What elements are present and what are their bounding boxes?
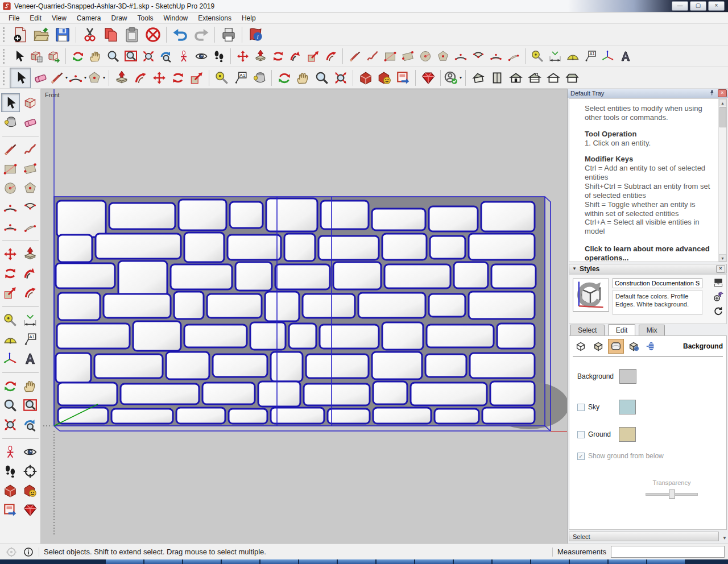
position-camera-tool[interactable] xyxy=(1,442,20,461)
stone[interactable] xyxy=(275,264,330,289)
scroll-thumb[interactable] xyxy=(719,107,726,127)
stone[interactable] xyxy=(469,234,535,260)
erase-button[interactable] xyxy=(142,24,163,45)
taskbar-button[interactable] xyxy=(222,559,259,564)
stone[interactable] xyxy=(373,408,431,424)
menu-item-tools[interactable]: Tools xyxy=(133,13,159,23)
line-tool[interactable] xyxy=(1,140,20,159)
tab-select[interactable]: Select xyxy=(570,325,605,336)
background-color-swatch[interactable] xyxy=(619,369,636,384)
zoom-previous-button[interactable] xyxy=(157,47,175,65)
view-iso-button[interactable] xyxy=(469,68,487,87)
stone[interactable] xyxy=(372,352,422,379)
stone[interactable] xyxy=(321,201,369,229)
dimension-tool[interactable] xyxy=(21,310,40,329)
zoom-extents-button[interactable] xyxy=(139,47,157,65)
paste-button[interactable] xyxy=(121,24,142,45)
stone[interactable] xyxy=(425,354,466,377)
move-tool[interactable] xyxy=(1,244,20,263)
arc-segment-tool[interactable] xyxy=(21,217,40,236)
sky-checkbox[interactable] xyxy=(577,404,585,411)
rotate-tool[interactable] xyxy=(1,264,20,283)
stone[interactable] xyxy=(491,264,536,288)
stone[interactable] xyxy=(104,294,171,318)
extension-manager-tool[interactable] xyxy=(21,500,40,519)
circle-tool[interactable] xyxy=(1,179,20,197)
stone[interactable] xyxy=(382,234,427,260)
stone[interactable] xyxy=(133,321,181,351)
stone[interactable] xyxy=(481,202,535,231)
protractor-tool[interactable] xyxy=(1,330,20,349)
stone[interactable] xyxy=(304,384,370,405)
component-edit-button[interactable] xyxy=(27,47,45,65)
pin-icon[interactable] xyxy=(709,89,715,97)
style-description[interactable]: Default face colors. Profile Edges. Whit… xyxy=(613,290,702,315)
stone[interactable] xyxy=(358,293,425,318)
scroll-down-icon[interactable]: ▼ xyxy=(719,254,726,262)
close-button[interactable]: × xyxy=(708,1,725,11)
rectangle-tool[interactable] xyxy=(1,159,20,178)
advanced-operations-link[interactable]: Click to learn about more advanced opera… xyxy=(585,244,712,262)
stone[interactable] xyxy=(289,324,316,349)
3d-text-tool[interactable] xyxy=(21,349,40,368)
help-info-icon[interactable] xyxy=(23,546,34,558)
stone[interactable] xyxy=(229,409,267,424)
stone[interactable] xyxy=(184,325,247,347)
taskbar-button[interactable] xyxy=(377,559,414,564)
stone[interactable] xyxy=(202,383,255,404)
stone[interactable] xyxy=(318,236,379,260)
toolbar-grip[interactable] xyxy=(3,70,7,85)
stone[interactable] xyxy=(306,354,369,378)
send-to-layout-tool[interactable] xyxy=(1,500,20,519)
tape-measure-tool-button[interactable] xyxy=(212,68,231,87)
stone[interactable] xyxy=(430,236,465,259)
push-pull-tool-button[interactable] xyxy=(112,68,131,87)
select-tool[interactable] xyxy=(1,93,20,112)
account-button[interactable]: ▼ xyxy=(444,68,462,87)
stone[interactable] xyxy=(57,201,106,237)
eraser-tool[interactable] xyxy=(21,113,40,131)
arc-segment-button[interactable] xyxy=(504,47,522,65)
stone[interactable] xyxy=(265,292,299,321)
stone[interactable] xyxy=(176,408,225,424)
stone[interactable] xyxy=(58,235,92,262)
axes-tool[interactable] xyxy=(1,349,20,368)
stone[interactable] xyxy=(58,293,100,320)
maximize-button[interactable]: ▢ xyxy=(690,1,706,11)
axes-button[interactable] xyxy=(599,47,617,65)
stone[interactable] xyxy=(111,409,173,424)
instructor-scrollbar[interactable]: ▲ ▼ xyxy=(718,99,726,262)
freehand-tool[interactable] xyxy=(21,140,40,159)
view-top-button[interactable] xyxy=(487,68,506,87)
stone[interactable] xyxy=(490,381,535,405)
polygon-tool[interactable] xyxy=(21,179,40,197)
pan-tool-button[interactable] xyxy=(293,68,312,87)
scroll-up-icon[interactable]: ▲ xyxy=(719,99,726,106)
collapse-triangle-icon[interactable]: ▼ xyxy=(572,266,577,271)
taskbar-button[interactable] xyxy=(415,559,453,564)
zoom-extents-tool-button[interactable] xyxy=(331,68,350,87)
orbit-tool[interactable] xyxy=(1,376,20,395)
pan-button[interactable] xyxy=(86,47,104,65)
select-panel-bar[interactable]: Select xyxy=(569,532,719,541)
stone[interactable] xyxy=(284,234,315,261)
taskbar-start-area[interactable] xyxy=(0,559,106,564)
zoom-previous-tool[interactable] xyxy=(21,415,40,434)
rotate-tool-button[interactable] xyxy=(168,68,187,87)
menu-item-file[interactable]: File xyxy=(3,13,24,23)
transparency-slider[interactable] xyxy=(643,490,700,497)
offset-tool-button[interactable] xyxy=(131,68,150,87)
zoom-extents-tool[interactable] xyxy=(1,415,20,434)
face-settings-icon[interactable] xyxy=(590,339,606,354)
arc-3pt-button[interactable] xyxy=(487,47,504,65)
geolocation-icon[interactable] xyxy=(6,546,17,558)
stone[interactable] xyxy=(235,262,272,291)
text-tool-button[interactable]: A1 xyxy=(231,68,250,87)
model-info-button[interactable]: i xyxy=(245,24,266,45)
cut-button[interactable] xyxy=(79,24,100,45)
open-button[interactable] xyxy=(31,24,52,45)
send-to-layout-button[interactable] xyxy=(394,68,412,87)
ground-color-swatch[interactable] xyxy=(619,427,636,442)
stone[interactable] xyxy=(271,408,324,424)
pan-tool[interactable] xyxy=(21,376,40,395)
